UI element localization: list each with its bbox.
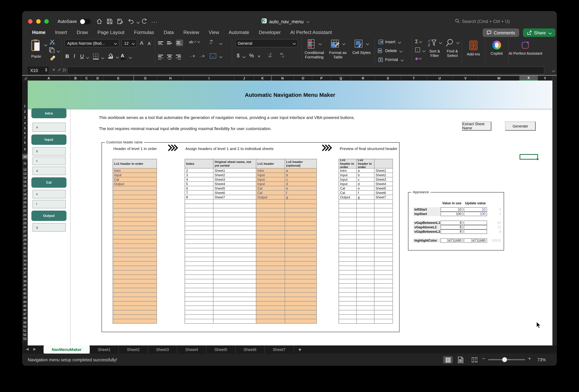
table-cell[interactable] [185, 244, 214, 248]
table-cell[interactable] [374, 284, 393, 288]
table-cell[interactable] [285, 297, 317, 302]
row-header-34[interactable]: 34 [22, 259, 28, 263]
table-cell[interactable] [339, 248, 357, 253]
row-header-45[interactable]: 45 [22, 304, 28, 308]
appearance-update-value[interactable] [464, 230, 487, 234]
table-cell[interactable] [339, 319, 357, 324]
table-cell[interactable]: b [357, 173, 374, 177]
borders-icon[interactable] [93, 53, 104, 61]
table-cell[interactable] [113, 302, 157, 306]
table-cell[interactable]: 5 [185, 182, 214, 186]
table-cell[interactable] [256, 248, 285, 253]
table-cell[interactable] [214, 284, 256, 288]
zoom-level[interactable]: 73% [537, 354, 546, 366]
row-header-23[interactable]: 23 [22, 213, 28, 217]
column-header-C[interactable]: C [81, 76, 92, 80]
table-cell[interactable] [256, 288, 285, 293]
table-cell[interactable] [185, 275, 214, 279]
table-cell[interactable] [374, 222, 393, 226]
table-cell[interactable] [339, 217, 357, 222]
table-cell[interactable] [374, 306, 393, 310]
table-cell[interactable]: Intro [339, 168, 357, 173]
table-cell[interactable] [214, 266, 256, 270]
shrink-font-button[interactable]: Aˇ [148, 41, 151, 46]
minimize-window-button[interactable] [36, 19, 41, 24]
underline-chevron[interactable] [86, 56, 89, 59]
table-cell[interactable] [185, 226, 214, 231]
table-cell[interactable] [357, 253, 374, 257]
ribbon-tab-insert[interactable]: Insert [50, 28, 72, 37]
table-cell[interactable] [214, 244, 256, 248]
table-cell[interactable] [113, 315, 157, 319]
table-cell[interactable] [374, 310, 393, 315]
row-header-27[interactable]: 27 [22, 230, 28, 234]
column-header-V[interactable]: V [453, 76, 479, 80]
table-cell[interactable] [339, 257, 357, 262]
table-cell[interactable] [339, 262, 357, 266]
table-cell[interactable] [113, 248, 157, 253]
table-cell[interactable] [374, 248, 393, 253]
table-cell[interactable] [185, 208, 214, 213]
font-size-select[interactable]: 12 [122, 39, 137, 47]
appearance-update-value[interactable]: 100 [464, 212, 487, 216]
table-cell[interactable]: Sheet5 [214, 186, 256, 191]
column-header-A[interactable]: A [28, 76, 70, 80]
table-cell[interactable] [374, 297, 393, 302]
table-cell[interactable] [374, 235, 393, 239]
ribbon-tab-view[interactable]: View [204, 28, 224, 37]
table-cell[interactable] [339, 270, 357, 275]
table-cell[interactable] [113, 213, 157, 217]
column-header-H[interactable]: H [157, 76, 184, 80]
table-cell[interactable] [256, 235, 285, 239]
font-color-chevron[interactable] [129, 56, 132, 59]
row-header-17[interactable]: 17 [22, 188, 28, 192]
row-header-40[interactable]: 40 [22, 284, 28, 288]
table-cell[interactable] [113, 191, 157, 195]
table-cell[interactable]: Output [256, 195, 285, 200]
table-cell[interactable] [285, 293, 317, 297]
table-cell[interactable] [339, 200, 357, 204]
table-cell[interactable] [185, 231, 214, 235]
table-cell[interactable] [113, 262, 157, 266]
ribbon-tab-review[interactable]: Review [179, 28, 204, 37]
table-cell[interactable] [339, 293, 357, 297]
table-cell[interactable] [339, 310, 357, 315]
column-header-U[interactable]: U [427, 76, 453, 80]
table-cell[interactable] [256, 279, 285, 284]
table-cell[interactable] [256, 270, 285, 275]
table-cell[interactable] [285, 222, 317, 226]
table-cell[interactable] [339, 226, 357, 231]
row-header-18[interactable]: 18 [22, 192, 28, 197]
table-cell[interactable] [285, 315, 317, 319]
table-cell[interactable] [374, 315, 393, 319]
table-cell[interactable]: Cal [339, 191, 357, 195]
table-cell[interactable] [357, 257, 374, 262]
sheet-tab-sheet7[interactable]: Sheet7 [265, 345, 294, 354]
table-cell[interactable] [113, 244, 157, 248]
cell-styles-button[interactable]: Cell Styles [350, 39, 373, 55]
table-cell[interactable] [357, 288, 374, 293]
table-cell[interactable]: Sheet4 [374, 182, 393, 186]
nav-button-intro[interactable]: Intro [31, 108, 67, 118]
insert-function-icon[interactable]: fx [63, 67, 66, 73]
table-cell[interactable] [357, 306, 374, 310]
merge-center-icon[interactable]: ↔ [210, 53, 217, 60]
table-cell[interactable]: Sheet2 [214, 173, 256, 177]
name-box[interactable]: X10 [27, 67, 49, 74]
zoom-in-button[interactable]: + [528, 355, 531, 361]
row-header-8[interactable]: 8 [22, 140, 28, 145]
row-header-46[interactable]: 46 [22, 308, 28, 313]
table-cell[interactable] [285, 204, 317, 208]
row-header-10[interactable]: 10 [22, 154, 28, 159]
table-cell[interactable] [285, 244, 317, 248]
decrease-indent-icon[interactable]: ←≡ [189, 54, 195, 58]
sheet-tab-navmenumaker[interactable]: NavMenuMaker [44, 345, 90, 354]
wrap-text-chevron[interactable] [219, 42, 222, 45]
generate-button[interactable]: Generate [505, 122, 536, 131]
merge-chevron[interactable] [219, 55, 222, 58]
more-commands-icon[interactable]: ··· [151, 19, 159, 26]
comma-style-icon[interactable]: , [258, 51, 260, 58]
table-cell[interactable] [285, 279, 317, 284]
table-cell[interactable]: 2 [185, 168, 214, 173]
table-cell[interactable] [113, 235, 157, 239]
